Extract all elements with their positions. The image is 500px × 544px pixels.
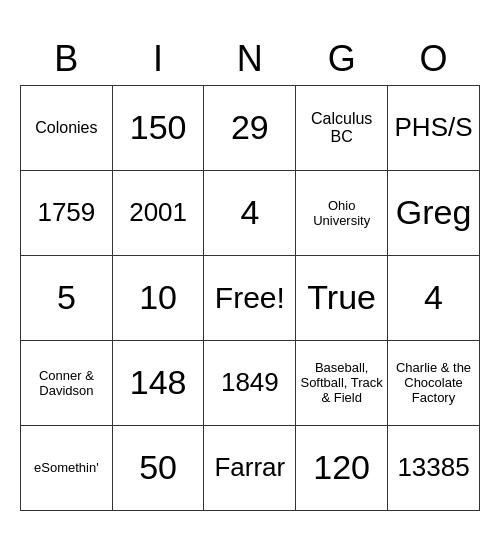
- bingo-cell-3-2: 1849: [204, 340, 296, 425]
- bingo-cell-1-1: 2001: [112, 170, 204, 255]
- bingo-header-n: N: [204, 33, 296, 85]
- bingo-cell-2-4: 4: [388, 255, 480, 340]
- bingo-cell-3-1: 148: [112, 340, 204, 425]
- bingo-cell-3-0: Conner & Davidson: [21, 340, 113, 425]
- bingo-cell-0-0: Colonies: [21, 85, 113, 170]
- bingo-cell-0-3: Calculus BC: [296, 85, 388, 170]
- bingo-cell-4-3: 120: [296, 425, 388, 510]
- bingo-cell-4-2: Farrar: [204, 425, 296, 510]
- bingo-cell-2-2: Free!: [204, 255, 296, 340]
- bingo-cell-4-0: eSomethin': [21, 425, 113, 510]
- bingo-row-1: 175920014Ohio UniversityGreg: [21, 170, 480, 255]
- bingo-cell-3-3: Baseball, Softball, Track & Field: [296, 340, 388, 425]
- bingo-cell-0-2: 29: [204, 85, 296, 170]
- bingo-cell-1-3: Ohio University: [296, 170, 388, 255]
- bingo-cell-0-1: 150: [112, 85, 204, 170]
- bingo-cell-1-4: Greg: [388, 170, 480, 255]
- bingo-card: BINGO Colonies15029Calculus BCPHS/S17592…: [20, 33, 480, 511]
- bingo-cell-2-3: True: [296, 255, 388, 340]
- bingo-cell-1-0: 1759: [21, 170, 113, 255]
- bingo-cell-1-2: 4: [204, 170, 296, 255]
- bingo-cell-0-4: PHS/S: [388, 85, 480, 170]
- bingo-cell-3-4: Charlie & the Chocolate Factory: [388, 340, 480, 425]
- bingo-header-b: B: [21, 33, 113, 85]
- bingo-cell-4-4: 13385: [388, 425, 480, 510]
- bingo-cell-2-0: 5: [21, 255, 113, 340]
- bingo-header-g: G: [296, 33, 388, 85]
- bingo-cell-4-1: 50: [112, 425, 204, 510]
- bingo-row-3: Conner & Davidson1481849Baseball, Softba…: [21, 340, 480, 425]
- bingo-row-4: eSomethin'50Farrar12013385: [21, 425, 480, 510]
- bingo-cell-2-1: 10: [112, 255, 204, 340]
- bingo-header-i: I: [112, 33, 204, 85]
- bingo-row-0: Colonies15029Calculus BCPHS/S: [21, 85, 480, 170]
- bingo-header-o: O: [388, 33, 480, 85]
- bingo-row-2: 510Free!True4: [21, 255, 480, 340]
